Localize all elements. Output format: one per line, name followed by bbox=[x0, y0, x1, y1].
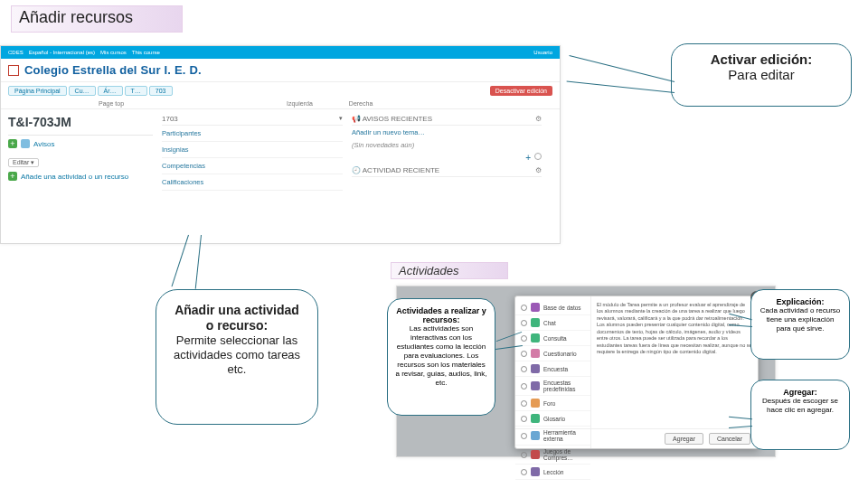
moodle-topbar: CDES Español - Internacional (es) Mis cu… bbox=[1, 46, 560, 59]
crumb[interactable]: Página Principal bbox=[8, 86, 67, 96]
callout-heading: Explicación: bbox=[759, 297, 842, 306]
actividades-title: Actividades bbox=[391, 262, 508, 279]
brand-icon bbox=[8, 65, 19, 76]
activity-label: Foro bbox=[543, 400, 555, 407]
callout-activar-edicion: Activar edición: Para editar bbox=[671, 43, 852, 107]
no-news-text: (Sin novedades aún) bbox=[352, 139, 542, 151]
admin-head-right: Derecha bbox=[349, 100, 373, 107]
callout-tail bbox=[566, 81, 675, 108]
slide-title: Añadir recursos bbox=[19, 8, 133, 26]
avisos-link[interactable]: + Avisos bbox=[8, 139, 153, 148]
crumb[interactable]: Ár… bbox=[98, 86, 123, 96]
activity-icon bbox=[531, 399, 540, 408]
activity-type-item[interactable]: Encuesta bbox=[515, 361, 590, 377]
radio-icon bbox=[521, 305, 527, 311]
course-right-column: 📢 AVISOS RECIENTES ⚙ Añadir un nuevo tem… bbox=[352, 113, 542, 191]
callout-body: Después de escoger se hace clic en agreg… bbox=[759, 397, 842, 415]
activity-icon bbox=[531, 450, 540, 459]
activity-label: Base de datos bbox=[543, 305, 581, 311]
course-left-column: T&I-703JM + Avisos Editar ▾ + Añade una … bbox=[8, 113, 153, 191]
callout-body: Para editar bbox=[684, 67, 838, 82]
callout-agregar: Agregar: Después de escoger se hace clic… bbox=[750, 380, 850, 450]
radio-icon bbox=[521, 383, 527, 389]
topbar-item[interactable]: This course bbox=[132, 50, 160, 55]
activity-type-item[interactable]: Juegos de Compres… bbox=[515, 446, 590, 465]
activity-type-item[interactable]: Base de datos bbox=[515, 300, 590, 315]
activity-type-item[interactable]: Chat bbox=[515, 315, 590, 331]
crumb[interactable]: T… bbox=[125, 86, 147, 96]
plus-icon: + bbox=[8, 172, 17, 181]
callout-explicacion: Explicación: Cada actividad o recurso ti… bbox=[750, 289, 850, 360]
desactivar-edicion-button[interactable]: Desactivar edición bbox=[490, 86, 552, 96]
activity-label: Glosario bbox=[543, 416, 565, 422]
slide-title-box: Añadir recursos bbox=[11, 5, 183, 33]
callout-heading: Agregar: bbox=[759, 388, 842, 397]
callout-heading: Añadir una actividad o recurso: bbox=[171, 303, 303, 333]
topbar-item[interactable]: Mis cursos bbox=[100, 50, 127, 55]
screenshot-moodle-course: CDES Español - Internacional (es) Mis cu… bbox=[0, 45, 561, 244]
mid-item[interactable]: Participantes bbox=[162, 126, 343, 142]
radio-icon bbox=[521, 452, 527, 458]
plus-icon: + bbox=[8, 139, 17, 148]
activity-icon bbox=[531, 364, 540, 373]
mid-item[interactable]: Competencias bbox=[162, 158, 343, 174]
activity-label: Lección bbox=[543, 469, 563, 475]
circle-icon[interactable] bbox=[534, 153, 542, 160]
callout-heading: Actividades a realizar y recursos: bbox=[395, 306, 487, 324]
admin-column-heads: Page top Izquierda Derecha bbox=[1, 99, 560, 109]
plus-icon[interactable]: + bbox=[525, 153, 531, 163]
activity-label: Consulta bbox=[543, 335, 567, 342]
radio-icon bbox=[521, 416, 527, 422]
topbar-item[interactable]: Español - Internacional (es) bbox=[29, 50, 95, 55]
crumb[interactable]: Cu… bbox=[69, 86, 96, 96]
brand-text: Colegio Estrella del Sur I. E. D. bbox=[24, 63, 202, 77]
activity-type-item[interactable]: Lección bbox=[515, 465, 590, 480]
activity-type-item[interactable]: Cuestionario bbox=[515, 346, 590, 361]
radio-icon bbox=[521, 400, 527, 407]
activity-type-item[interactable]: Consulta bbox=[515, 331, 590, 346]
add-activity-label: Añade una actividad o un recurso bbox=[21, 173, 128, 181]
callout-body: Permite seleccionar las actividades como… bbox=[171, 333, 303, 378]
activity-description: El módulo de Tarea permite a un profesor… bbox=[597, 302, 752, 425]
admin-head-left: Page top bbox=[99, 100, 124, 107]
radio-icon bbox=[521, 335, 527, 342]
course-mid-column: 1703▾ Participantes Insignias Competenci… bbox=[162, 113, 343, 191]
mid-item[interactable]: Calificaciones bbox=[162, 174, 343, 191]
activity-type-list: Base de datosChatConsultaCuestionarioEnc… bbox=[515, 296, 591, 448]
mid-head: 1703▾ bbox=[162, 113, 343, 126]
activity-type-item[interactable]: Glosario bbox=[515, 411, 590, 427]
block-add-row: + bbox=[352, 151, 542, 164]
avisos-label: Avisos bbox=[33, 140, 54, 148]
topbar-item[interactable]: CDES bbox=[8, 50, 24, 55]
callout-actividades-recursos: Actividades a realizar y recursos: Las a… bbox=[387, 298, 495, 416]
activity-icon bbox=[531, 414, 540, 423]
topbar-user[interactable]: Usuario bbox=[533, 50, 552, 55]
modal-footer: Agregar Cancelar bbox=[515, 428, 758, 448]
activity-type-item[interactable]: Foro bbox=[515, 396, 590, 411]
gear-icon[interactable]: ⚙ bbox=[535, 166, 542, 174]
activity-label: Chat bbox=[543, 320, 556, 326]
mid-item[interactable]: Insignias bbox=[162, 142, 343, 158]
activity-label: Encuestas predefinidas bbox=[543, 380, 585, 392]
right-head: 📢 AVISOS RECIENTES ⚙ bbox=[352, 113, 542, 126]
editar-pill[interactable]: Editar ▾ bbox=[8, 158, 39, 167]
admin-head-mid: Izquierda bbox=[287, 100, 313, 107]
add-topic-link[interactable]: Añadir un nuevo tema… bbox=[352, 126, 542, 139]
activity-label: Cuestionario bbox=[543, 351, 577, 357]
crumb[interactable]: 703 bbox=[149, 86, 173, 96]
callout-anadir-actividad: Añadir una actividad o recurso: Permite … bbox=[156, 289, 318, 425]
activity-icon bbox=[531, 333, 540, 343]
breadcrumb: Página Principal Cu… Ár… T… 703 bbox=[8, 86, 173, 96]
add-activity-link[interactable]: + Añade una actividad o un recurso bbox=[8, 172, 153, 181]
radio-icon bbox=[521, 351, 527, 357]
right-head: 🕘 ACTIVIDAD RECIENTE ⚙ bbox=[352, 164, 542, 177]
cancelar-button[interactable]: Cancelar bbox=[709, 433, 750, 445]
agregar-button[interactable]: Agregar bbox=[665, 433, 703, 445]
activity-icon bbox=[531, 467, 540, 476]
activity-icon bbox=[531, 349, 540, 358]
activity-chooser-modal: × Base de datosChatConsultaCuestionarioE… bbox=[514, 296, 759, 449]
gear-icon[interactable]: ⚙ bbox=[535, 115, 542, 123]
activity-type-item[interactable]: Encuestas predefinidas bbox=[515, 377, 590, 396]
activity-icon bbox=[531, 303, 540, 312]
forum-icon bbox=[21, 139, 30, 148]
